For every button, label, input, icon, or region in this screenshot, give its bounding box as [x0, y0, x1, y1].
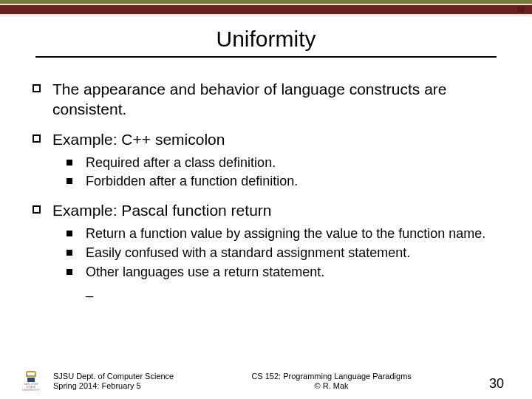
sub-bullet-item: Easily confused with a standard assignme… — [66, 245, 499, 262]
bullet-text: Example: C++ semicolon — [52, 130, 225, 150]
sub-bullet-text: Required after a class definition. — [86, 154, 276, 172]
sub-bullet-list: Return a function value by assigning the… — [66, 225, 499, 281]
band-thin-bottom — [0, 14, 532, 16]
footer-date: Spring 2014: February 5 — [53, 381, 174, 392]
bullet-group: Example: C++ semicolon Required after a … — [33, 130, 499, 191]
sub-bullet-list: Required after a class definition. Forbi… — [66, 154, 499, 191]
bullet-text: The appearance and behavior of language … — [52, 80, 499, 120]
footer-dept: SJSU Dept. of Computer Science — [53, 372, 174, 382]
sub-bullet-item: Required after a class definition. — [66, 154, 499, 172]
filled-square-bullet-icon — [66, 250, 72, 256]
page-number: 30 — [489, 376, 504, 392]
logo-caption: SAN JOSE STATE UNIVERSITY — [22, 383, 40, 392]
sub-bullet-item: Forbidden after a function definition. — [66, 173, 499, 191]
sub-bullet-text: Return a function value by assigning the… — [86, 225, 485, 243]
bullet-text: Example: Pascal function return — [52, 201, 271, 221]
sub-bullet-text: Other languages use a return statement. — [86, 264, 324, 282]
sjsu-logo-icon: SAN JOSE STATE UNIVERSITY — [22, 371, 40, 392]
bullet-item: The appearance and behavior of language … — [33, 80, 499, 120]
bullet-group: Example: Pascal function return Return a… — [33, 201, 499, 298]
filled-square-bullet-icon — [66, 178, 72, 184]
footer-left: SJSU Dept. of Computer Science Spring 20… — [53, 372, 174, 392]
filled-square-bullet-icon — [66, 160, 72, 166]
filled-square-bullet-icon — [66, 231, 72, 236]
band-maroon — [0, 5, 532, 14]
sub-sub-bullet-list: _ — [86, 282, 499, 298]
footer-author: © R. Mak — [174, 381, 489, 392]
footer-center: CS 152: Programming Language Paradigms ©… — [174, 372, 489, 392]
footer-course: CS 152: Programming Language Paradigms — [174, 372, 489, 382]
slide-title: Uniformity — [0, 27, 532, 52]
hollow-square-bullet-icon — [33, 84, 41, 92]
hollow-square-bullet-icon — [33, 205, 41, 214]
filled-square-bullet-icon — [66, 269, 72, 275]
content-area: The appearance and behavior of language … — [0, 58, 532, 298]
top-decorative-bands — [0, 0, 532, 16]
sub-bullet-item: Return a function value by assigning the… — [66, 225, 499, 243]
sub-sub-bullet-text: _ — [86, 282, 499, 298]
title-block: Uniformity — [0, 27, 532, 52]
slide-footer: SAN JOSE STATE UNIVERSITY SJSU Dept. of … — [0, 371, 532, 392]
sub-bullet-text: Forbidden after a function definition. — [86, 173, 298, 191]
sub-bullet-text: Easily confused with a standard assignme… — [86, 245, 410, 262]
bullet-item: Example: C++ semicolon — [33, 130, 499, 150]
sub-bullet-item: Other languages use a return statement. — [66, 264, 499, 282]
bullet-item: Example: Pascal function return — [33, 201, 499, 221]
hollow-square-bullet-icon — [33, 134, 41, 143]
